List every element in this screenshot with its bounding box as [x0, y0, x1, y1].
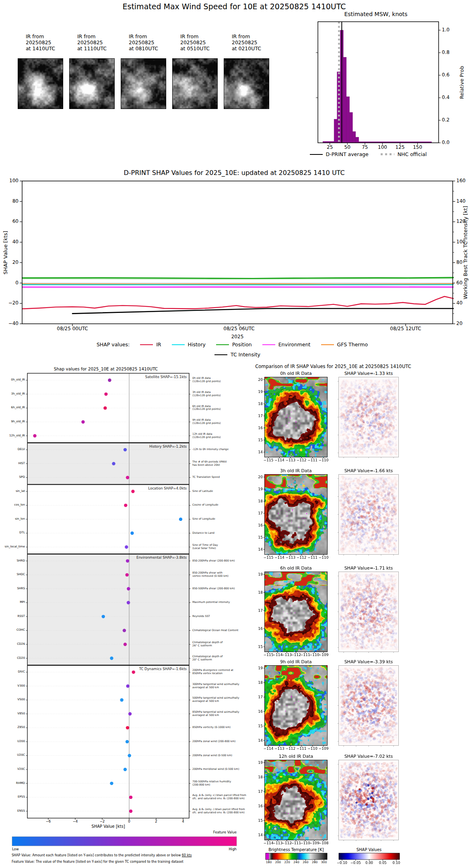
- ir-map-ytick: 15: [258, 438, 263, 442]
- ir-thumbnail-canvas: [121, 59, 166, 109]
- dotplot-row-desc: Climatological depth of20° C isotherm: [192, 655, 223, 662]
- dotplot-row-desc: 200hPa zonal wind (0-500 km): [192, 754, 232, 757]
- ir-thumbnail-canvas: [70, 59, 114, 109]
- ir-thumbnail-canvas: [224, 59, 269, 109]
- shap-colorbar-tick: −0.05: [350, 861, 361, 865]
- ir-map-ytick: 15: [258, 535, 263, 540]
- ir-map-ytick: 18: [258, 775, 263, 780]
- ir-map-ytick: 18: [258, 681, 263, 685]
- ir-map-xtick: −111: [297, 747, 307, 751]
- dotplot-row-label: 0h_old_IR: [11, 378, 25, 381]
- ir-map-ytick: 19: [258, 666, 263, 671]
- ir-map-ytick: 19: [258, 390, 263, 394]
- dotplot-row-label: MPI: [20, 601, 25, 604]
- ir-map-ytick: 20: [258, 378, 263, 382]
- ir-map-ytick: 17: [258, 695, 263, 699]
- bt-colorbar-tick: 260: [303, 861, 308, 864]
- feature-value-colorbar: [12, 837, 237, 846]
- dotplot-row-desc: 0h old IR data(128x128 grid points): [192, 377, 221, 383]
- ir-map-ytick: 15: [258, 645, 263, 649]
- shap-dot-EPSS: [129, 796, 132, 799]
- dotplot-row-label: V500: [17, 698, 25, 701]
- dotplot-row-desc: Sine of Longitude: [192, 518, 215, 521]
- ir-map-ytick: 20: [258, 475, 263, 479]
- timeseries-ytick-right: 20: [456, 321, 462, 326]
- comparison-title: Comparison of IR SHAP Values for 2025_10…: [255, 364, 411, 370]
- timeseries-ytick-right: 60: [456, 280, 462, 286]
- timeseries-ytick-right: 40: [456, 300, 462, 306]
- timeseries-ytick-left: 20: [12, 259, 19, 265]
- ir-map-ytick: 18: [258, 499, 263, 504]
- timeseries-xlabel: 2025: [231, 334, 244, 339]
- dotplot-row-label: Z850: [17, 726, 25, 729]
- ir-map-xtick: −109: [319, 653, 329, 657]
- histogram-ytick: 0.0: [442, 140, 449, 145]
- timeseries-ytick-right: 160: [456, 178, 466, 183]
- ir-map-ytick: 17: [258, 609, 263, 613]
- dotplot-row-desc: 300hPa tangential wind azimuthallyaverag…: [192, 683, 239, 689]
- dotplot-row-label: V850: [17, 712, 25, 715]
- dotplot-row-desc: 200hPa divergence centered at850hPa vort…: [192, 669, 233, 675]
- ir-map-xtick: −111: [307, 458, 317, 463]
- dotplot-row-desc: Sine of Time of Day(Local Solar Time): [192, 544, 218, 550]
- dotplot-row-label: DIVC: [18, 670, 25, 673]
- shap-colorbar-tick: 0.00: [365, 861, 373, 865]
- ir-map-canvas: [265, 377, 327, 457]
- dotplot-row-label: CD26: [17, 642, 25, 646]
- legend-sample-tc-intensity: [214, 354, 227, 355]
- shap-dot-SHDC: [125, 573, 128, 576]
- dotplot-row-desc: Avg. Δ θₑ (only +) btwn parcel lifted fr…: [192, 794, 246, 800]
- shap-dot-sin_local_time: [125, 545, 128, 549]
- ir-map-xtick: −112: [297, 555, 307, 560]
- ir-thumbnail-label: IR from20250825at 1110UTC: [77, 34, 107, 51]
- shap-map-title: SHAP Value=-1.66 kts: [344, 469, 393, 474]
- dotplot-row-label: V300: [17, 684, 25, 687]
- timeseries-title: D-PRINT SHAP Values for 2025_10E: update…: [124, 169, 344, 177]
- shap-dot-9h_old_IR: [81, 420, 85, 424]
- histogram-ytick: 0.6: [442, 72, 449, 78]
- series-gfs-thermo: [22, 284, 454, 284]
- dotplot-row-label: SHDC: [16, 573, 25, 576]
- dotplot-row-desc: Avg. Δ θₑ (only -) btwn parcel lifted fr…: [192, 808, 245, 815]
- histogram-bar: [352, 132, 356, 143]
- timeseries-ytick-left: 0: [15, 280, 19, 286]
- timeseries-ytick-left: −20: [8, 300, 19, 306]
- ir-map-ytick: 16: [258, 426, 263, 430]
- dotplot-row-label: 9h_old_IR: [11, 420, 25, 423]
- chart-vector-layer: [0, 0, 470, 868]
- ir-map-xtick: −113: [282, 653, 292, 657]
- legend-sample-gfs-thermo: [321, 344, 334, 345]
- dotplot-row-label: U200: [17, 740, 25, 743]
- ir-map-xtick: −110: [319, 555, 329, 560]
- shap-map-title: SHAP Value=-3.39 kts: [344, 660, 393, 665]
- histogram-legend: D-PRINT averageNHC official: [258, 151, 470, 157]
- bt-colorbar-title: Brightness Temperature [K]: [268, 847, 324, 852]
- shap-map-canvas: [339, 475, 398, 554]
- series-position: [22, 278, 454, 278]
- dotplot-section-header: Location SHAP=4.0kts: [148, 486, 187, 490]
- shap-dot-ENSS: [129, 810, 132, 813]
- ir-map-ytick: 15: [258, 724, 263, 728]
- ir-map-xtick: −115: [264, 458, 274, 463]
- dotplot-row-desc: 12h old IR data(128x128 grid points): [192, 433, 221, 439]
- shap-dot-sin_lat: [131, 490, 134, 493]
- legend-label: NHC official: [398, 151, 427, 157]
- timeseries-legend-prefix: SHAP values:: [97, 341, 130, 348]
- ir-map-xtick: −110: [307, 747, 317, 751]
- ir-map-xtick: −112: [285, 747, 295, 751]
- dotplot-row-label: HIST: [19, 462, 25, 465]
- dotplot-xtick: −4: [73, 819, 78, 823]
- dotplot-row-desc: 700-500hPa relative humidity(200-800 km): [192, 780, 231, 787]
- histogram-bar: [356, 137, 359, 143]
- shap-dot-V500: [120, 698, 123, 701]
- histogram-bar: [334, 119, 337, 143]
- ir-map-ytick: 17: [258, 414, 263, 418]
- ir-map-title: 6h old IR Data: [280, 566, 311, 571]
- bt-colorbar: [266, 853, 327, 860]
- dotplot-row-desc: TC Translation Speed: [192, 476, 220, 479]
- legend-label: Environment: [278, 341, 311, 348]
- dotplot-row-label: DTL: [19, 531, 25, 534]
- ir-map-ytick: 18: [258, 402, 263, 406]
- shap-dot-HIST: [112, 462, 115, 465]
- ir-map-canvas: [265, 666, 327, 745]
